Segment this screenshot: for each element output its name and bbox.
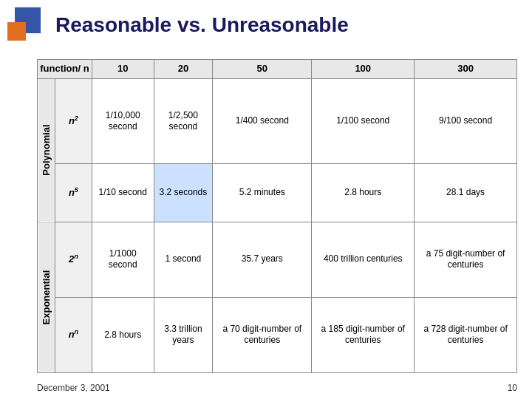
cell-n5-300: 28.1 days — [415, 164, 517, 222]
func-2n: 2n — [55, 222, 92, 297]
func-n5: n5 — [55, 164, 92, 222]
logo-orange-square — [7, 22, 26, 41]
exponential-label: Exponential — [38, 222, 55, 372]
footer-date: December 3, 2001 — [37, 383, 110, 393]
footer: December 3, 2001 10 — [37, 383, 517, 393]
header-col3: 50 — [213, 60, 312, 79]
cell-n5-10: 1/10 second — [92, 164, 154, 222]
logo-decoration — [7, 7, 48, 48]
cell-n5-50: 5.2 minutes — [213, 164, 312, 222]
cell-nn-10: 2.8 hours — [92, 297, 154, 372]
cell-2n-10: 1/1000 second — [92, 222, 154, 297]
main-table: function/ n 10 20 50 100 300 Polynomial … — [37, 59, 517, 373]
cell-n2-10: 1/10,000 second — [92, 78, 154, 163]
func-n2: n2 — [55, 78, 92, 163]
cell-n2-20: 1/2,500 second — [154, 78, 213, 163]
cell-2n-100: 400 trillion centuries — [312, 222, 415, 297]
cell-nn-50: a 70 digit-number of centuries — [213, 297, 312, 372]
cell-n5-100: 2.8 hours — [312, 164, 415, 222]
cell-2n-20: 1 second — [154, 222, 213, 297]
cell-n2-300: 9/100 second — [415, 78, 517, 163]
header-func-label: function/ n — [40, 63, 89, 74]
cell-2n-300: a 75 digit-number of centuries — [415, 222, 517, 297]
header-col2: 20 — [154, 60, 213, 79]
page: Reasonable vs. Unreasonable function/ n … — [0, 0, 532, 399]
table-row: n5 1/10 second 3.2 seconds 5.2 minutes 2… — [38, 164, 517, 222]
table-wrapper: function/ n 10 20 50 100 300 Polynomial … — [37, 59, 517, 373]
header-col5: 300 — [415, 60, 517, 79]
cell-nn-20: 3.3 trillion years — [154, 297, 213, 372]
table-row: Polynomial n2 1/10,000 second 1/2,500 se… — [38, 78, 517, 163]
func-nn: nn — [55, 297, 92, 372]
footer-page-number: 10 — [508, 383, 517, 393]
cell-2n-50: 35.7 years — [213, 222, 312, 297]
cell-n5-20: 3.2 seconds — [154, 164, 213, 222]
cell-n2-50: 1/400 second — [213, 78, 312, 163]
cell-nn-100: a 185 digit-number of centuries — [312, 297, 415, 372]
cell-n2-100: 1/100 second — [312, 78, 415, 163]
header-col1: 10 — [92, 60, 154, 79]
header-col4: 100 — [312, 60, 415, 79]
table-row: nn 2.8 hours 3.3 trillion years a 70 dig… — [38, 297, 517, 372]
polynomial-label: Polynomial — [38, 78, 55, 222]
table-row: Exponential 2n 1/1000 second 1 second 35… — [38, 222, 517, 297]
header-side-placeholder: function/ n — [38, 60, 92, 79]
cell-nn-300: a 728 digit-number of centuries — [415, 297, 517, 372]
page-title: Reasonable vs. Unreasonable — [55, 13, 349, 37]
